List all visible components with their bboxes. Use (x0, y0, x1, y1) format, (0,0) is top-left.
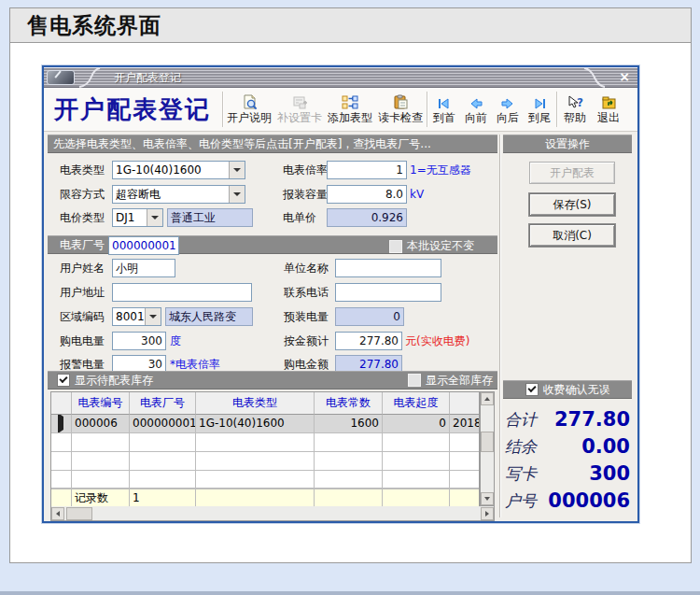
window-title: 开户配表登记 (114, 70, 181, 86)
factory-no-input[interactable] (108, 236, 179, 255)
table-empty-row (51, 433, 479, 452)
toolbar-button-exit[interactable]: 退出 (592, 89, 625, 130)
chevron-down-icon[interactable] (147, 209, 162, 226)
fee-confirm-checkbox[interactable] (525, 383, 539, 396)
user-name-input[interactable] (112, 259, 175, 277)
phone-label: 联系电话 (284, 283, 329, 302)
confirm-bar: 收费确认无误 (503, 380, 632, 399)
record-count-label: 记录数 (72, 489, 130, 507)
toolbar-button-label: 向后 (497, 110, 519, 126)
window-system-icon[interactable] (47, 70, 75, 85)
phone-input[interactable] (335, 283, 441, 302)
toolbar-button-first[interactable]: 到首 (428, 89, 460, 130)
horizontal-scroll-thumb[interactable] (66, 507, 92, 520)
column-header[interactable]: 电表类型 (196, 392, 315, 415)
titlebar-swoosh-right-icon (583, 67, 606, 88)
capacity-label: 报装容量 (283, 185, 328, 204)
buy-energy-input[interactable] (112, 332, 166, 350)
rate-input[interactable] (327, 161, 407, 179)
window-titlebar: 开户配表登记 × (44, 67, 637, 88)
column-header[interactable] (450, 392, 479, 415)
table-cell: 2018- (450, 415, 479, 433)
chevron-down-icon[interactable] (145, 308, 161, 325)
toolbar-button-label: 到尾 (528, 110, 551, 126)
row-marker-icon (58, 415, 63, 433)
show-all-label: 显示全部库存 (426, 373, 493, 389)
column-header[interactable]: 电表厂号 (130, 392, 196, 415)
balance-value: 0.00 (481, 433, 630, 460)
toolbar-button-next[interactable]: 向后 (492, 89, 524, 130)
add-meter-type-icon (342, 93, 358, 110)
buy-energy-label: 购电电量 (60, 332, 105, 350)
unit-price-label: 电单价 (283, 208, 316, 227)
org-name-input[interactable] (335, 259, 441, 277)
column-header[interactable]: 电表起度 (383, 392, 450, 415)
show-pending-checkbox[interactable] (57, 374, 70, 387)
price-type-select[interactable]: DJ1 (112, 208, 163, 227)
account-no-value: 000006 (481, 488, 630, 514)
toolbar-button-last[interactable]: 到尾 (524, 89, 555, 130)
nav-next-icon (500, 93, 515, 110)
frame-header: 售电系统界面 (10, 8, 691, 43)
chevron-down-icon[interactable] (229, 162, 245, 178)
open-register-button: 开户配表 (529, 162, 615, 184)
cancel-button[interactable]: 取消(C) (529, 224, 615, 247)
table-cell: 0 (383, 415, 450, 433)
address-input[interactable] (112, 283, 252, 302)
capacity-input[interactable] (327, 185, 407, 204)
user-name-label: 用户姓名 (60, 259, 105, 277)
column-header[interactable]: 电表常数 (315, 392, 383, 415)
rate-note: 1=无互感器 (410, 161, 471, 179)
save-button[interactable]: 保存(S) (529, 193, 615, 216)
help-icon: ? (567, 93, 583, 110)
page-title: 售电系统界面 (10, 11, 161, 40)
toolbar-button-label: 到首 (433, 110, 455, 126)
close-icon[interactable]: × (617, 69, 632, 84)
write-card-value: 300 (481, 460, 630, 487)
table-cell: 1600 (315, 415, 383, 433)
column-header[interactable]: 电表编号 (72, 392, 130, 415)
toolbar-button-label: 补设置卡 (277, 110, 322, 126)
toolbar-button-label: 读卡检查 (378, 110, 423, 126)
scroll-up-icon[interactable] (481, 392, 494, 405)
toolbar-button-prev[interactable]: 向前 (460, 89, 492, 130)
toolbar-button-label: 退出 (597, 110, 620, 126)
limit-mode-value: 超容断电 (113, 187, 229, 203)
limit-mode-select[interactable]: 超容断电 (112, 185, 245, 204)
rate-label: 电表倍率 (283, 161, 328, 179)
by-amount-label: 按金额计 (284, 332, 329, 350)
price-type-desc: 普通工业 (167, 208, 253, 227)
toolbar-button-supplement-card: 补设置卡 (274, 89, 325, 130)
toolbar-button-card-check[interactable]: 读卡检查 (375, 89, 426, 130)
fee-confirm-label: 收费确认无误 (543, 382, 610, 398)
show-all-checkbox[interactable] (408, 374, 421, 387)
by-amount-input[interactable] (335, 332, 402, 350)
record-count-value: 1 (130, 489, 196, 507)
toolbar: 开户配表登记 开户说明 补设置卡 添加表型 (44, 88, 637, 132)
meter-type-value: 1G-10(40)1600 (113, 163, 229, 177)
batch-checkbox-group[interactable]: 本批设定不变 (389, 238, 474, 254)
table-row-selected[interactable]: 000006 0000000010 1G-10(40)1600 1600 0 2… (51, 415, 479, 433)
table-horizontal-scrollbar[interactable] (50, 506, 495, 521)
table-cell: 1G-10(40)1600 (196, 415, 315, 433)
area-code-select[interactable]: 8001 (112, 307, 161, 326)
toolbar-button-label: 添加表型 (328, 110, 372, 126)
batch-label: 本批设定不变 (407, 238, 474, 254)
by-amount-note: 元(实收电费) (405, 332, 469, 350)
batch-checkbox[interactable] (389, 240, 402, 253)
chevron-down-icon[interactable] (229, 186, 245, 203)
scroll-left-icon[interactable] (51, 507, 64, 520)
toolbar-button-label: 帮助 (564, 110, 586, 126)
table-cell: 0000000010 (130, 415, 196, 433)
toolbar-separator (427, 92, 427, 127)
table-cell: 000006 (72, 415, 130, 433)
toolbar-button-open-help[interactable]: 开户说明 (224, 89, 274, 130)
factory-no-label: 电表厂号 (60, 237, 105, 253)
toolbar-button-help[interactable]: ? 帮助 (558, 89, 592, 130)
toolbar-button-add-meter-type[interactable]: 添加表型 (325, 89, 375, 130)
nav-prev-icon (469, 93, 483, 110)
clipboard-check-icon (393, 93, 409, 110)
area-desc: 城东人民路变 (165, 307, 253, 326)
svg-text:?: ? (577, 96, 583, 109)
meter-type-select[interactable]: 1G-10(40)1600 (112, 161, 245, 179)
